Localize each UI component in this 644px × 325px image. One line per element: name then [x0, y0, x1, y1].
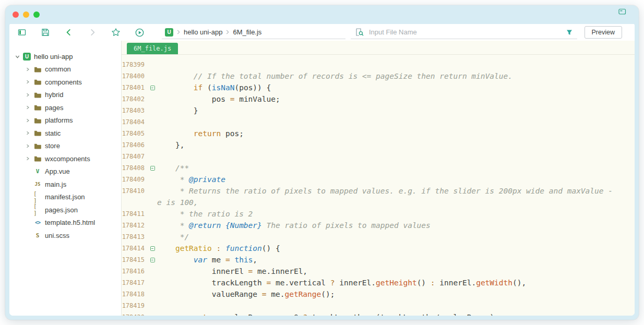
line-number[interactable]: 178409: [122, 174, 148, 185]
code-line-178420[interactable]: 178420 return valueRange === 0 ? trackLe…: [122, 311, 635, 316]
editor-tab[interactable]: 6M_file.js: [127, 43, 178, 54]
line-number[interactable]: 178417: [122, 277, 148, 288]
filter-icon[interactable]: [566, 29, 573, 36]
gutter-fold-column: [148, 311, 157, 315]
zoom-button[interactable]: [33, 11, 40, 18]
chevron-right-icon: [25, 80, 30, 84]
line-number[interactable]: 178399: [122, 59, 148, 70]
code-line-178411[interactable]: 178411 * the ratio is 2: [122, 208, 635, 220]
code-area[interactable]: 178399178400 // If the total number of r…: [122, 55, 635, 316]
code-text: return valueRange === 0 ? trackLength : …: [157, 311, 499, 316]
tree-item-hybrid[interactable]: hybrid: [9, 89, 121, 102]
code-line-178412[interactable]: 178412 * @return {Number} The ratio of p…: [122, 220, 635, 231]
tree-root-hello-uni-app[interactable]: U hello uni-app: [9, 50, 121, 63]
code-line-178418[interactable]: 178418 valueRange = me.getRange();: [122, 288, 635, 300]
tree-item-platforms[interactable]: platforms: [9, 114, 121, 127]
fold-marker-icon[interactable]: [150, 86, 155, 90]
folder-icon: [33, 130, 42, 136]
save-icon[interactable]: [40, 27, 51, 38]
line-number[interactable]: 178401: [122, 82, 148, 93]
code-line-178401[interactable]: 178401 if (isNaN(pos)) {: [122, 82, 635, 93]
chevron-right-icon: [25, 67, 30, 71]
fold-marker-icon[interactable]: [150, 258, 155, 262]
search-input[interactable]: [368, 28, 562, 37]
code-line-178413[interactable]: 178413 */: [122, 231, 635, 243]
code-line-178403[interactable]: 178403 }: [122, 105, 635, 116]
code-line-178400[interactable]: 178400 // If the total number of records…: [122, 70, 635, 82]
gutter-fold-column: [148, 151, 157, 154]
uniapp-project-icon: U: [165, 28, 173, 37]
code-line-178414[interactable]: 178414 getRatio : function() {: [122, 243, 635, 254]
forward-icon[interactable]: [87, 27, 98, 38]
fold-marker-icon[interactable]: [150, 166, 155, 171]
tree-item-pages[interactable]: pages: [9, 101, 121, 114]
favorite-star-icon[interactable]: [111, 27, 121, 38]
line-number[interactable]: 178407: [122, 151, 148, 162]
code-line-178399[interactable]: 178399: [122, 59, 635, 70]
tree-item-template-h5-html[interactable]: <>template.h5.html: [9, 216, 121, 230]
chevron-right-icon: [25, 157, 30, 161]
line-number[interactable]: 178403: [122, 105, 148, 116]
code-line-178409[interactable]: 178409 * @private: [122, 174, 635, 185]
code-text: trackLength = me.vertical ? innerEl.getH…: [157, 277, 526, 288]
line-number[interactable]: 178411: [122, 208, 148, 220]
tree-item-wxcomponents[interactable]: wxcomponents: [9, 152, 121, 165]
tree-item-label: hybrid: [45, 91, 63, 99]
tree-item-main-js[interactable]: JSmain.js: [9, 178, 121, 191]
code-line-178416[interactable]: 178416 innerEl = me.innerEl,: [122, 266, 635, 277]
tree-item-pages-json[interactable]: [ ]pages.json: [9, 203, 121, 216]
line-number[interactable]: 178413: [122, 231, 148, 243]
preview-button[interactable]: Preview: [585, 26, 622, 39]
run-icon[interactable]: [134, 27, 145, 38]
code-line-178419[interactable]: 178419: [122, 300, 635, 311]
tree-item-store[interactable]: store: [9, 140, 121, 153]
tree-item-label: pages: [45, 104, 63, 112]
code-line-178410[interactable]: 178410 * Returns the ratio of pixels to …: [122, 185, 635, 208]
code-line-178415[interactable]: 178415 var me = this,: [122, 254, 635, 266]
close-button[interactable]: [13, 11, 19, 18]
tree-item-static[interactable]: static: [9, 127, 121, 140]
tree-item-label: store: [45, 142, 60, 150]
tree-item-uni-scss[interactable]: Suni.scss: [9, 229, 121, 242]
code-line-178406[interactable]: 178406 },: [122, 139, 635, 151]
line-number[interactable]: 178404: [122, 116, 148, 128]
line-number[interactable]: 178420: [122, 311, 148, 316]
main-area: U hello uni-app commoncomponentshybridpa…: [9, 41, 635, 316]
vue-file-icon: V: [33, 168, 42, 175]
code-line-178417[interactable]: 178417 trackLength = me.vertical ? inner…: [122, 277, 635, 288]
code-line-178402[interactable]: 178402 pos = minValue;: [122, 93, 635, 105]
line-number[interactable]: 178410: [122, 185, 148, 197]
gutter-fold-column: [148, 254, 157, 262]
file-search-field[interactable]: [351, 26, 577, 39]
tree-item-common[interactable]: common: [9, 63, 121, 76]
code-line-178408[interactable]: 178408 /**: [122, 162, 635, 174]
tree-item-manifest-json[interactable]: [ ]manifest.json: [9, 191, 121, 204]
tree-item-components[interactable]: components: [9, 76, 121, 89]
titlebar-app-icon[interactable]: [618, 8, 626, 15]
line-number[interactable]: 178400: [122, 70, 148, 82]
fold-marker-icon[interactable]: [150, 246, 155, 251]
tree-item-label: manifest.json: [45, 193, 85, 201]
breadcrumb-file[interactable]: 6M_file.js: [233, 28, 261, 36]
line-number[interactable]: 178414: [122, 243, 148, 254]
line-number[interactable]: 178418: [122, 288, 148, 300]
code-text: // If the total number of records is <= …: [157, 70, 512, 82]
minimize-button[interactable]: [23, 11, 29, 18]
back-icon[interactable]: [64, 27, 74, 38]
code-line-178405[interactable]: 178405 return pos;: [122, 128, 635, 139]
line-number[interactable]: 178415: [122, 254, 148, 266]
line-number[interactable]: 178419: [122, 300, 148, 311]
line-number[interactable]: 178416: [122, 266, 148, 277]
folder-icon: [33, 92, 42, 98]
line-number[interactable]: 178408: [122, 162, 148, 174]
breadcrumb-project[interactable]: hello uni-app: [184, 28, 222, 36]
tree-item-app-vue[interactable]: VApp.vue: [9, 165, 121, 178]
line-number[interactable]: 178405: [122, 128, 148, 139]
project-explorer-icon[interactable]: [17, 27, 27, 38]
code-line-178404[interactable]: 178404: [122, 116, 635, 128]
line-number[interactable]: 178406: [122, 139, 148, 151]
line-number[interactable]: 178412: [122, 220, 148, 231]
code-text: * Returns the ratio of pixels to mapped …: [157, 185, 617, 208]
line-number[interactable]: 178402: [122, 93, 148, 105]
code-line-178407[interactable]: 178407: [122, 151, 635, 162]
